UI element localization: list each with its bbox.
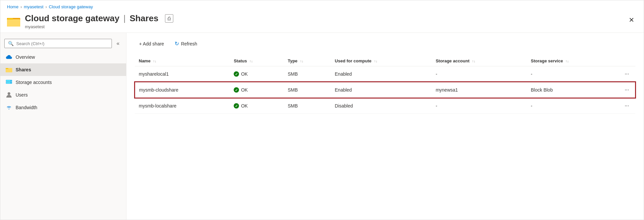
row2-storage-service: Block Blob (527, 82, 619, 98)
row1-status: OK (230, 66, 284, 82)
sidebar-item-users-label: Users (16, 92, 28, 98)
refresh-label: Refresh (181, 41, 197, 46)
row3-actions: ··· (619, 98, 635, 114)
sidebar-item-shares[interactable]: Shares (0, 63, 126, 76)
row3-type: SMB (284, 98, 331, 114)
row2-more-button[interactable]: ··· (623, 86, 631, 94)
add-share-label: + Add share (139, 41, 164, 46)
sidebar-item-shares-label: Shares (16, 67, 31, 72)
col-compute-label: Used for compute (335, 58, 372, 63)
svg-point-10 (11, 80, 11, 81)
user-icon (6, 92, 12, 98)
col-header-status[interactable]: Status ↑↓ (230, 56, 284, 66)
header-subtitle: myasetest (25, 24, 173, 29)
table-row[interactable]: mysmb-localshare OK SMB Disabled - - (135, 98, 635, 114)
sidebar-item-storage-accounts[interactable]: Storage accounts (0, 76, 126, 89)
col-status-label: Status (234, 58, 247, 63)
search-icon: 🔍 (8, 41, 14, 46)
page-wrapper: Home › myasetest › Cloud storage gateway… (0, 0, 644, 220)
svg-point-12 (8, 92, 10, 95)
main-layout: 🔍 « Overview Shares (0, 33, 644, 220)
table-row[interactable]: mysmb-cloudshare OK SMB Enabled mynewsa1… (135, 82, 635, 98)
sidebar: 🔍 « Overview Shares (0, 33, 126, 220)
sidebar-item-bandwidth-label: Bandwidth (16, 105, 37, 110)
col-storage-account-sort: ↑↓ (472, 59, 475, 63)
col-header-storage-service[interactable]: Storage service ↑↓ (527, 56, 619, 66)
status-ok-icon-2 (234, 87, 239, 93)
row2-status: OK (230, 82, 284, 98)
table-row[interactable]: mysharelocal1 OK SMB Enabled - - (135, 66, 635, 82)
shares-table: Name ↑↓ Status ↑↓ Type ↑↓ (134, 56, 636, 114)
row3-storage-account: - (432, 98, 527, 114)
search-box: 🔍 (4, 39, 112, 48)
row3-status: OK (230, 98, 284, 114)
sidebar-item-overview[interactable]: Overview (0, 51, 126, 63)
row3-status-text: OK (241, 103, 248, 109)
row2-actions: ··· (619, 82, 635, 98)
col-header-type[interactable]: Type ↑↓ (284, 56, 331, 66)
row1-more-button[interactable]: ··· (623, 70, 631, 78)
col-compute-sort: ↑↓ (374, 59, 377, 63)
row1-compute: Enabled (331, 66, 432, 82)
wifi-icon (6, 104, 12, 111)
row2-status-text: OK (241, 87, 248, 93)
row3-storage-service: - (527, 98, 619, 114)
row3-more-button[interactable]: ··· (623, 102, 631, 110)
header-separator: | (123, 13, 126, 24)
folder-icon-svg (7, 15, 20, 27)
col-type-label: Type (288, 58, 297, 63)
row1-type: SMB (284, 66, 331, 82)
row1-storage-service: - (527, 66, 619, 82)
close-button[interactable]: ✕ (626, 15, 637, 25)
breadcrumb-myasetest[interactable]: myasetest (24, 4, 43, 9)
header-title-row: Cloud storage gateway | Shares ⎙ (25, 13, 173, 24)
svg-rect-4 (7, 20, 20, 27)
sidebar-item-bandwidth[interactable]: Bandwidth (0, 101, 126, 114)
refresh-icon: ↻ (175, 40, 179, 47)
breadcrumb: Home › myasetest › Cloud storage gateway (0, 0, 644, 11)
row3-name: mysmb-localshare (135, 98, 230, 114)
breadcrumb-cloud-storage-gateway[interactable]: Cloud storage gateway (49, 4, 93, 9)
col-header-used-for-compute[interactable]: Used for compute ↑↓ (331, 56, 432, 66)
add-share-button[interactable]: + Add share (134, 39, 169, 49)
search-input[interactable] (16, 41, 108, 46)
col-storage-service-sort: ↑↓ (566, 59, 569, 63)
row1-name: mysharelocal1 (135, 66, 230, 82)
sidebar-item-storage-accounts-label: Storage accounts (16, 80, 52, 85)
svg-rect-7 (6, 68, 8, 69)
collapse-button[interactable]: « (114, 39, 122, 48)
breadcrumb-sep-1: › (21, 5, 22, 9)
status-ok-icon-3 (234, 103, 239, 109)
col-storage-service-label: Storage service (531, 58, 563, 63)
content-area: + Add share ↻ Refresh Name ↑↓ (126, 33, 644, 220)
col-name-sort: ↑↓ (153, 59, 156, 63)
refresh-button[interactable]: ↻ Refresh (170, 38, 202, 49)
col-header-name[interactable]: Name ↑↓ (135, 56, 230, 66)
col-status-sort: ↑↓ (250, 59, 253, 63)
header: Cloud storage gateway | Shares ⎙ myasete… (0, 11, 644, 33)
svg-point-11 (11, 82, 11, 83)
storage-icon (6, 79, 12, 86)
shares-folder-icon (6, 66, 12, 73)
col-header-actions (619, 56, 635, 66)
col-header-storage-account[interactable]: Storage account ↑↓ (432, 56, 527, 66)
row1-actions: ··· (619, 66, 635, 82)
col-type-sort: ↑↓ (300, 59, 303, 63)
header-title-block: Cloud storage gateway | Shares ⎙ myasete… (25, 13, 173, 29)
header-title-text: Cloud storage gateway (25, 13, 120, 24)
table-header-row: Name ↑↓ Status ↑↓ Type ↑↓ (135, 56, 635, 66)
col-storage-account-label: Storage account (436, 58, 469, 63)
header-section-text: Shares (129, 13, 158, 24)
print-button[interactable]: ⎙ (165, 14, 173, 23)
sidebar-item-overview-label: Overview (16, 54, 35, 60)
row2-storage-account: mynewsa1 (432, 82, 527, 98)
row2-name: mysmb-cloudshare (135, 82, 230, 98)
table-wrapper: Name ↑↓ Status ↑↓ Type ↑↓ (134, 56, 636, 114)
search-container: 🔍 « (0, 36, 126, 51)
svg-rect-5 (8, 18, 13, 20)
row3-compute: Disabled (331, 98, 432, 114)
status-ok-icon (234, 71, 239, 77)
col-name-label: Name (139, 58, 150, 63)
sidebar-item-users[interactable]: Users (0, 89, 126, 101)
breadcrumb-home[interactable]: Home (7, 4, 19, 9)
